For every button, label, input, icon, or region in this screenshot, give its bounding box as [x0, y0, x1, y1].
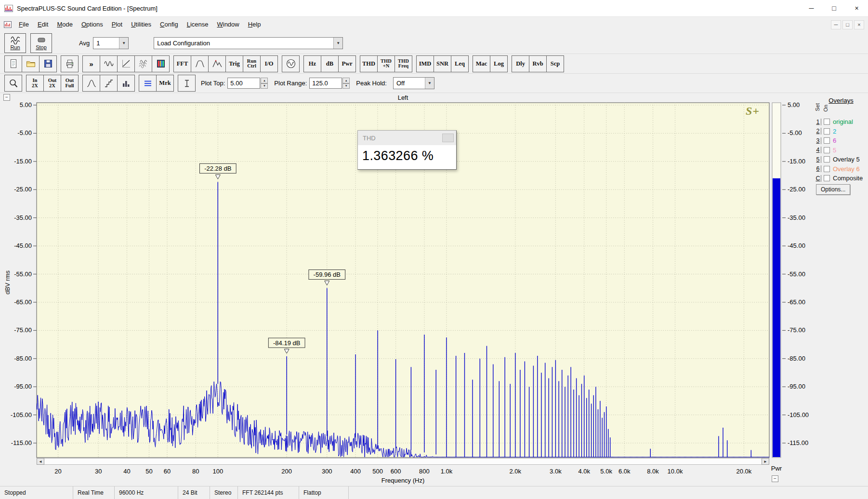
plot-range-spin-up-button[interactable]: ▲ [342, 78, 350, 83]
leq-button[interactable]: Leq [451, 55, 469, 72]
menu-mode[interactable]: Mode [53, 17, 77, 32]
display-toolbar: In2XOut2XOutFullMrk Plot Top: ▲ ▼ Plot R… [0, 74, 868, 93]
delay-button[interactable]: Dly [512, 55, 529, 72]
plot-range-input[interactable] [309, 78, 342, 89]
logging-button[interactable]: Log [490, 55, 508, 72]
time-series-button[interactable] [100, 55, 118, 72]
overlay-set-link-5[interactable]: 5 [815, 156, 821, 163]
trigger-button[interactable]: Trig [225, 55, 243, 72]
overlays-options-button[interactable]: Options... [816, 184, 850, 195]
new-file-button[interactable] [4, 55, 22, 72]
phase-plot-button[interactable] [117, 55, 135, 72]
menu-options[interactable]: Options [77, 17, 107, 32]
input-2x-button[interactable]: In2X [26, 75, 44, 92]
minimize-button[interactable]: ─ [800, 0, 823, 16]
fft-settings-button[interactable]: FFT [173, 55, 191, 72]
load-configuration-select[interactable]: Load Configuration ▼ [154, 37, 343, 49]
imd-button[interactable]: IMD [416, 55, 434, 72]
mdi-close-button[interactable]: × [854, 20, 864, 29]
open-file-button[interactable] [22, 55, 39, 72]
zoom-button[interactable] [4, 75, 22, 92]
waterfall-button[interactable] [134, 55, 152, 72]
overlay-set-link-3[interactable]: 3 [815, 137, 821, 144]
scroll-right-button[interactable]: ► [762, 458, 769, 465]
thd-titlebar[interactable]: THD [358, 131, 456, 145]
overlay-set-link-4[interactable]: 4 [815, 147, 821, 153]
svg-text:-35.00: -35.00 [14, 214, 32, 221]
plot-top-spin-down-button[interactable]: ▼ [261, 83, 268, 89]
collapse-plot-button[interactable]: − [3, 94, 10, 101]
io-settings-button[interactable]: I/O [260, 55, 278, 72]
dropdown-arrow-icon[interactable]: ▼ [119, 38, 128, 49]
power-units-button[interactable]: Pwr [338, 55, 356, 72]
plot-top-spin-up-button[interactable]: ▲ [261, 78, 268, 83]
overlay-on-checkbox-1[interactable] [824, 119, 830, 125]
db-units-button[interactable]: dB [321, 55, 339, 72]
dropdown-arrow-icon[interactable]: ▼ [333, 38, 342, 49]
overlay-label-4: 5 [833, 147, 836, 154]
step-plot-button[interactable] [100, 75, 118, 92]
mdi-minimize-button[interactable]: ─ [831, 20, 841, 29]
menu-help[interactable]: Help [244, 17, 265, 32]
run-button[interactable]: Run [4, 33, 26, 53]
plot-range-spin-down-button[interactable]: ▼ [342, 83, 350, 89]
thd-freq-button[interactable]: THDFreq [395, 55, 412, 72]
overlay-row-2: 22 [815, 127, 863, 136]
menu-window[interactable]: Window [212, 17, 243, 32]
distribution-button[interactable] [82, 75, 100, 92]
menu-file[interactable]: File [14, 17, 33, 32]
maximize-button[interactable]: □ [823, 0, 845, 16]
output-full-button[interactable]: OutFull [61, 75, 79, 92]
menu-license[interactable]: License [183, 17, 213, 32]
run-control-button[interactable]: RunCtrl [243, 55, 261, 72]
svg-text:-84.19 dB: -84.19 dB [273, 339, 300, 347]
plot-top-input[interactable] [227, 78, 260, 89]
thd-n-button[interactable]: THD+N [377, 55, 395, 72]
menu-utilities[interactable]: Utilities [127, 17, 156, 32]
overlay-set-link-2[interactable]: 2 [815, 128, 821, 135]
overlay-on-checkbox-3[interactable] [824, 137, 830, 144]
peak-marker-button[interactable] [208, 55, 226, 72]
snr-button[interactable]: SNR [434, 55, 451, 72]
post-process-button[interactable]: » [82, 55, 100, 72]
reverb-button[interactable]: Rvb [529, 55, 547, 72]
overlay-on-checkbox-4[interactable] [824, 147, 830, 153]
notes-button[interactable] [139, 75, 157, 92]
menu-config[interactable]: Config [156, 17, 183, 32]
dropdown-arrow-icon[interactable]: ▼ [425, 78, 434, 89]
histogram-button[interactable] [117, 75, 135, 92]
collapse-meter-button[interactable]: − [772, 475, 778, 482]
thd-button[interactable]: THD [360, 55, 378, 72]
save-file-button[interactable] [39, 55, 57, 72]
print-button[interactable] [61, 55, 79, 72]
overlay-on-checkbox-5[interactable] [824, 156, 830, 162]
document-icon [4, 21, 12, 28]
stop-button[interactable]: Stop [30, 33, 52, 53]
markers-button[interactable]: Mrk [156, 75, 174, 92]
hz-units-button[interactable]: Hz [303, 55, 321, 72]
overlay-set-link-C[interactable]: C [815, 175, 821, 182]
menu-plot[interactable]: Plot [107, 17, 127, 32]
scope-button[interactable]: Scp [546, 55, 564, 72]
signal-generator-button[interactable] [282, 55, 300, 72]
output-2x-button[interactable]: Out2X [43, 75, 61, 92]
overlay-on-checkbox-6[interactable] [824, 166, 830, 172]
overlay-set-link-1[interactable]: 1 [815, 119, 821, 125]
mdi-restore-button[interactable]: □ [842, 20, 853, 29]
menu-edit[interactable]: Edit [33, 17, 53, 32]
thd-window[interactable]: THD 1.363266 % [357, 130, 457, 170]
measure-button[interactable] [178, 75, 196, 92]
overlay-on-checkbox-C[interactable] [824, 175, 830, 181]
overlay-set-link-6[interactable]: 6 [815, 165, 821, 172]
peak-hold-select[interactable]: Off ▼ [393, 77, 434, 89]
overlay-on-checkbox-2[interactable] [824, 128, 830, 135]
macro-button[interactable]: Mac [473, 55, 490, 72]
scroll-track[interactable] [44, 458, 762, 465]
close-button[interactable]: × [845, 0, 868, 16]
window-function-button[interactable] [191, 55, 209, 72]
svg-text:80: 80 [192, 468, 199, 475]
scroll-left-button[interactable]: ◄ [37, 458, 44, 465]
avg-select[interactable]: 1 ▼ [93, 37, 129, 49]
thd-window-button[interactable] [442, 134, 454, 142]
spectrogram-button[interactable] [152, 55, 170, 72]
